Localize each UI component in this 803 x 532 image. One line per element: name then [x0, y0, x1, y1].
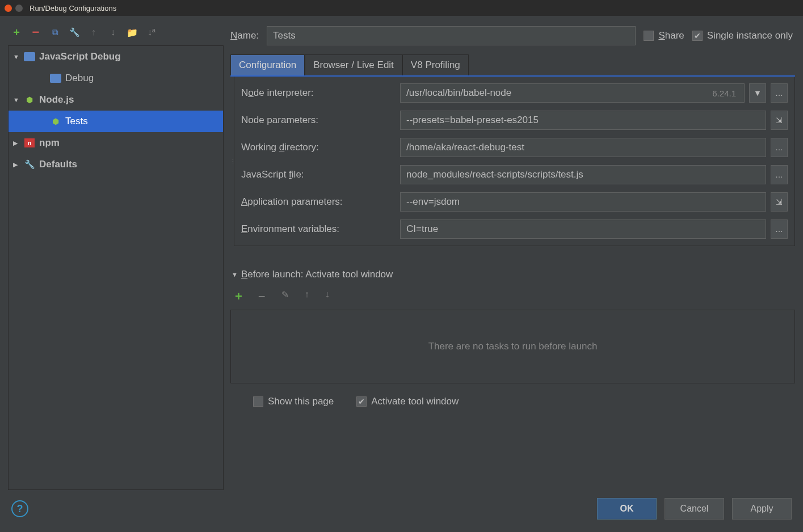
javascript-file-input[interactable]: [400, 165, 766, 184]
node-parameters-input[interactable]: [400, 111, 766, 130]
tree-item-defaults[interactable]: ▶ 🔧 Defaults: [9, 154, 223, 175]
single-instance-checkbox[interactable]: ✔ Single instance only: [692, 30, 793, 41]
npm-icon: n: [23, 138, 36, 148]
tab-browser-live-edit[interactable]: Browser / Live Edit: [305, 54, 402, 75]
move-task-down-button[interactable]: ↓: [325, 289, 330, 304]
move-up-button[interactable]: ↑: [89, 27, 99, 37]
checkbox-icon: [644, 31, 654, 41]
folder-button[interactable]: 📁: [127, 27, 137, 38]
chevron-right-icon: ▶: [13, 161, 23, 168]
right-panel: Name: Share ✔ Single instance only Confi…: [230, 23, 795, 490]
node-parameters-label: Node parameters:: [241, 115, 400, 126]
tab-v8-profiling[interactable]: V8 Profiling: [402, 54, 469, 75]
environment-variables-input[interactable]: [400, 219, 766, 239]
activate-tool-window-checkbox[interactable]: ✔ Activate tool window: [356, 396, 459, 407]
left-panel: + − ⧉ 🔧 ↑ ↓ 📁 ↓ª ▼ JavaScript Debug Debu…: [8, 23, 224, 490]
checkbox-icon: ✔: [356, 396, 367, 407]
add-config-button[interactable]: +: [11, 26, 22, 39]
chevron-right-icon: ▶: [13, 140, 23, 147]
edit-task-button[interactable]: ✎: [281, 289, 289, 304]
before-launch-list: There are no tasks to run before launch: [230, 310, 795, 383]
jsdebug-icon: [23, 52, 36, 62]
jsdebug-icon: [49, 73, 62, 83]
name-row: Name: Share ✔ Single instance only: [230, 23, 795, 54]
chevron-down-icon: ▼: [13, 53, 23, 60]
name-label: Name:: [230, 30, 259, 41]
tree-item-nodejs[interactable]: ▼ ⬢ Node.js: [9, 89, 223, 111]
cancel-button[interactable]: Cancel: [665, 498, 724, 520]
tree-item-npm[interactable]: ▶ n npm: [9, 132, 223, 154]
remove-config-button[interactable]: −: [31, 25, 41, 40]
checkbox-icon: ✔: [692, 31, 703, 41]
before-launch-header[interactable]: ▼ Before launch: Activate tool window: [230, 265, 795, 284]
wrench-icon: 🔧: [23, 159, 36, 170]
help-button[interactable]: ?: [11, 500, 28, 517]
expand-button[interactable]: ⇲: [771, 111, 788, 130]
show-this-page-checkbox[interactable]: Show this page: [253, 396, 334, 407]
javascript-file-label: JavaScript file:: [241, 169, 400, 180]
share-checkbox[interactable]: Share: [644, 30, 684, 41]
config-toolbar: + − ⧉ 🔧 ↑ ↓ 📁 ↓ª: [8, 23, 224, 45]
browse-button[interactable]: …: [771, 83, 788, 103]
tabs: Configuration Browser / Live Edit V8 Pro…: [230, 54, 795, 77]
add-task-button[interactable]: +: [235, 289, 242, 304]
tree-item-debug[interactable]: Debug: [9, 67, 223, 89]
browse-button[interactable]: …: [771, 219, 788, 239]
application-parameters-label: Application parameters:: [241, 196, 400, 208]
window-minimize-icon[interactable]: [15, 5, 23, 12]
dropdown-button[interactable]: ▼: [749, 83, 766, 103]
tab-content: Node interpreter: /usr/local/bin/babel-n…: [234, 77, 795, 246]
browse-button[interactable]: …: [771, 138, 788, 157]
node-interpreter-field[interactable]: /usr/local/bin/babel-node 6.24.1: [400, 83, 745, 103]
config-tree: ▼ JavaScript Debug Debug ▼ ⬢ Node.js ⬢ T…: [8, 45, 224, 490]
application-parameters-input[interactable]: [400, 192, 766, 212]
nodejs-icon: ⬢: [23, 95, 36, 105]
chevron-down-icon: ▼: [232, 271, 238, 278]
tree-item-jsdebug[interactable]: ▼ JavaScript Debug: [9, 46, 223, 67]
dialog-footer: ? OK Cancel Apply: [0, 490, 803, 532]
move-task-up-button[interactable]: ↑: [305, 289, 309, 304]
titlebar: Run/Debug Configurations: [0, 0, 803, 16]
chevron-down-icon: ▼: [13, 96, 23, 103]
ok-button[interactable]: OK: [597, 498, 657, 520]
nodejs-icon: ⬢: [49, 116, 62, 126]
empty-tasks-label: There are no tasks to run before launch: [428, 341, 598, 352]
edit-templates-button[interactable]: 🔧: [69, 27, 79, 37]
expand-button[interactable]: ⇲: [771, 192, 788, 212]
window-close-icon[interactable]: [5, 5, 12, 12]
browse-button[interactable]: …: [771, 165, 788, 184]
sort-button[interactable]: ↓ª: [146, 27, 157, 37]
node-interpreter-label: Node interpreter:: [241, 87, 400, 99]
window-title: Run/Debug Configurations: [30, 4, 116, 12]
before-launch-section: ▼ Before launch: Activate tool window + …: [230, 265, 795, 413]
tree-item-tests[interactable]: ⬢ Tests: [9, 111, 223, 132]
environment-variables-label: Environment variables:: [241, 223, 400, 235]
name-input[interactable]: [267, 26, 636, 45]
working-directory-label: Working directory:: [241, 142, 400, 153]
before-launch-toolbar: + − ✎ ↑ ↓: [230, 284, 795, 310]
checkbox-icon: [253, 396, 263, 407]
version-badge: 6.24.1: [712, 88, 736, 98]
tab-configuration[interactable]: Configuration: [230, 54, 305, 75]
working-directory-input[interactable]: [400, 138, 766, 157]
copy-config-button[interactable]: ⧉: [50, 27, 60, 37]
apply-button[interactable]: Apply: [732, 498, 792, 520]
remove-task-button[interactable]: −: [258, 289, 266, 304]
move-down-button[interactable]: ↓: [108, 27, 118, 37]
